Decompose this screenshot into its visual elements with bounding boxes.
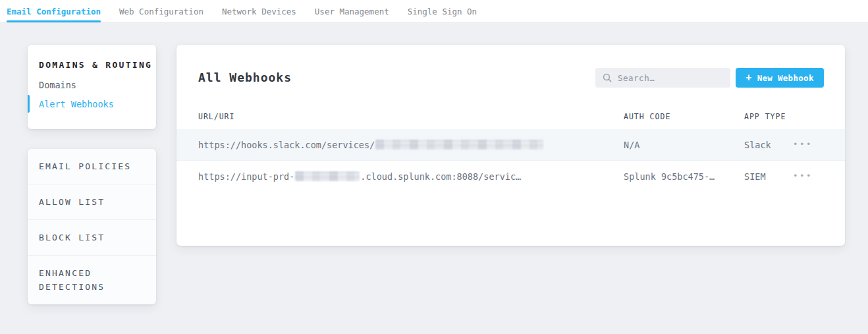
domains-routing-card: DOMAINS & ROUTING Domains Alert Webhooks bbox=[28, 45, 156, 129]
tab-network-devices[interactable]: Network Devices bbox=[222, 0, 296, 22]
sidebar-item-alert-webhooks[interactable]: Alert Webhooks bbox=[28, 90, 156, 109]
app-type-cell: SIEM bbox=[744, 171, 766, 182]
sidebar-sections-card: EMAIL POLICIES ALLOW LIST BLOCK LIST ENH… bbox=[28, 149, 156, 304]
row-actions-menu[interactable]: ••• bbox=[793, 170, 813, 181]
url-prefix: https://input-prd- bbox=[198, 171, 294, 182]
active-indicator-bar bbox=[28, 95, 30, 113]
url-prefix: https://hooks.slack.com/services/ bbox=[198, 140, 375, 150]
tab-user-management[interactable]: User Management bbox=[315, 0, 389, 22]
plus-icon: + bbox=[746, 73, 751, 83]
row-actions-menu[interactable]: ••• bbox=[793, 138, 813, 149]
column-header-app-type: APP TYPE bbox=[744, 112, 786, 121]
sidebar-item-allow-list[interactable]: ALLOW LIST bbox=[28, 184, 156, 219]
page-title: All Webhooks bbox=[198, 71, 292, 84]
redacted-url-segment bbox=[295, 171, 360, 181]
ellipsis-menu-icon: ••• bbox=[793, 139, 813, 149]
url-suffix: .cloud.splunk.com:8088/servic… bbox=[360, 171, 521, 182]
webhook-url-cell: https://input-prd-.cloud.splunk.com:8088… bbox=[198, 171, 521, 182]
column-header-auth-code: AUTH CODE bbox=[624, 112, 670, 121]
sidebar-item-block-list[interactable]: BLOCK LIST bbox=[28, 219, 156, 255]
tab-single-sign-on[interactable]: Single Sign On bbox=[408, 0, 477, 22]
sidebar-item-label: Alert Webhooks bbox=[39, 99, 114, 109]
tab-web-configuration[interactable]: Web Configuration bbox=[119, 0, 203, 22]
sidebar-item-enhanced-detections[interactable]: ENHANCED DETECTIONS bbox=[28, 255, 156, 304]
webhooks-card: All Webhooks + New Webhook URL/URI AUTH … bbox=[176, 45, 845, 246]
new-webhook-label: New Webhook bbox=[757, 73, 814, 83]
table-row: https://input-prd-.cloud.splunk.com:8088… bbox=[176, 161, 845, 192]
auth-code-cell: Splunk 9c5bc475-… bbox=[624, 171, 715, 182]
column-header-url-uri: URL/URI bbox=[198, 112, 234, 121]
tab-email-configuration[interactable]: Email Configuration bbox=[7, 0, 101, 22]
auth-code-cell: N/A bbox=[624, 140, 639, 150]
webhook-url-cell: https://hooks.slack.com/services/ bbox=[198, 140, 544, 150]
redacted-url-segment bbox=[375, 140, 543, 150]
new-webhook-button[interactable]: + New Webhook bbox=[736, 68, 824, 88]
search-icon bbox=[603, 73, 612, 82]
top-nav: Email Configuration Web Configuration Ne… bbox=[0, 0, 868, 23]
table-row: https://hooks.slack.com/services/ N/A Sl… bbox=[176, 129, 845, 161]
app-type-cell: Slack bbox=[744, 140, 771, 150]
ellipsis-menu-icon: ••• bbox=[793, 171, 813, 181]
sidebar-item-email-policies[interactable]: EMAIL POLICIES bbox=[28, 149, 156, 184]
sidebar-item-domains[interactable]: Domains bbox=[28, 70, 156, 90]
search-input[interactable] bbox=[618, 73, 723, 83]
domains-routing-header: DOMAINS & ROUTING bbox=[28, 45, 156, 70]
search-box bbox=[595, 68, 730, 88]
